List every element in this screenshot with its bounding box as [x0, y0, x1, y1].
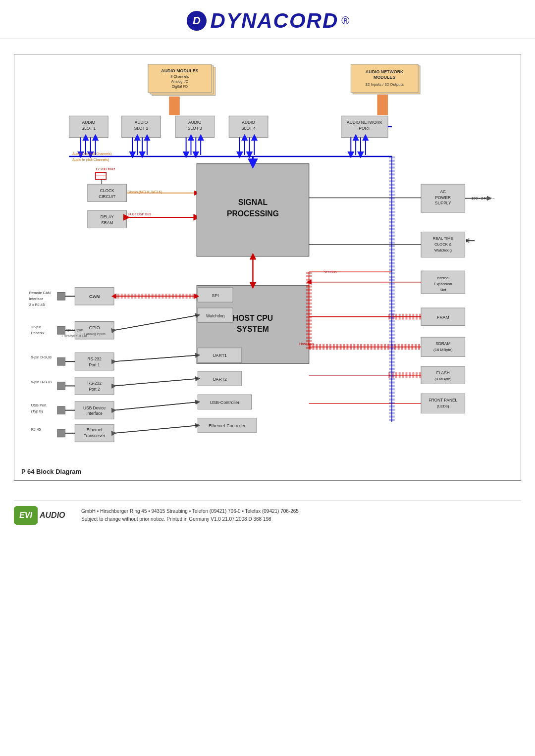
svg-text:1 Ready/Fault Out: 1 Ready/Fault Out	[61, 334, 87, 338]
svg-text:FLASH: FLASH	[436, 370, 450, 375]
footer: EVI AUDIO GmbH • Hirschberger Ring 45 • …	[14, 501, 521, 525]
svg-text:SLOT 3: SLOT 3	[188, 126, 202, 131]
svg-text:Interface: Interface	[86, 411, 103, 416]
svg-text:PORT: PORT	[359, 126, 370, 131]
logo-text: DYNACORD	[211, 9, 339, 33]
svg-text:Port 2: Port 2	[89, 387, 100, 392]
svg-rect-141	[57, 382, 65, 390]
footer-logo: EVI AUDIO	[14, 506, 73, 525]
svg-text:SYSTEM: SYSTEM	[237, 325, 269, 333]
footer-company: GmbH • Hirschberger Ring 45 • 94315 Stra…	[81, 507, 299, 515]
svg-text:MODULES: MODULES	[374, 75, 395, 80]
svg-line-182	[114, 425, 198, 433]
evi-logo-box: EVI	[14, 506, 38, 525]
svg-text:FRONT PANEL: FRONT PANEL	[428, 398, 457, 403]
svg-text:(LEDs): (LEDs)	[437, 404, 449, 408]
svg-text:Audio Out (4x8 Channels): Audio Out (4x8 Channels)	[72, 152, 111, 156]
svg-text:USB Port: USB Port	[31, 403, 47, 407]
svg-text:Ethernet: Ethernet	[87, 427, 103, 432]
svg-text:AC: AC	[440, 189, 446, 194]
svg-rect-135	[57, 357, 65, 365]
logo-container: D DYNACORD®	[186, 9, 350, 33]
svg-text:SPI: SPI	[212, 293, 219, 298]
svg-text:GPIO: GPIO	[89, 325, 100, 330]
svg-line-178	[114, 379, 198, 386]
svg-marker-22	[377, 95, 388, 115]
svg-line-176	[114, 355, 198, 361]
svg-text:2 x RJ-45: 2 x RJ-45	[29, 302, 45, 307]
svg-text:DELAY: DELAY	[101, 214, 114, 219]
svg-text:RS-232: RS-232	[87, 381, 102, 386]
svg-text:FRAM: FRAM	[437, 315, 449, 320]
svg-text:Port 1: Port 1	[89, 362, 100, 367]
svg-text:24 Bit DSP Bus: 24 Bit DSP Bus	[128, 212, 152, 216]
svg-text:USB-Controller: USB-Controller	[210, 400, 240, 405]
svg-text:RS-232: RS-232	[87, 356, 102, 361]
svg-text:(Typ B): (Typ B)	[31, 409, 43, 413]
svg-text:UART1: UART1	[213, 353, 227, 358]
svg-text:SRAM: SRAM	[101, 220, 113, 225]
svg-text:Phoenix: Phoenix	[31, 331, 45, 335]
svg-text:HOST CPU: HOST CPU	[233, 314, 273, 322]
svg-text:USB Device: USB Device	[83, 405, 106, 410]
svg-line-180	[114, 402, 198, 410]
svg-text:9-pin D-SUB: 9-pin D-SUB	[31, 380, 52, 384]
footer-info: GmbH • Hirschberger Ring 45 • 94315 Stra…	[81, 507, 299, 523]
svg-text:UART2: UART2	[213, 377, 227, 382]
svg-text:AUDIO: AUDIO	[242, 120, 255, 125]
svg-text:SIGNAL: SIGNAL	[238, 198, 268, 206]
svg-line-174	[114, 315, 198, 331]
svg-text:Interface: Interface	[29, 297, 44, 301]
svg-text:PROCESSING: PROCESSING	[227, 209, 279, 218]
svg-text:AUDIO NETWORK: AUDIO NETWORK	[366, 69, 404, 74]
logo-reg: ®	[341, 14, 349, 27]
svg-text:AUDIO: AUDIO	[82, 120, 96, 125]
svg-text:AUDIO: AUDIO	[188, 120, 202, 125]
svg-text:CLOCK: CLOCK	[100, 188, 114, 193]
svg-text:AUDIO NETWORK: AUDIO NETWORK	[347, 120, 382, 125]
evi-logo-text: EVI	[19, 511, 32, 520]
svg-text:AUDIO: AUDIO	[135, 120, 148, 125]
svg-rect-154	[57, 429, 65, 437]
svg-text:Analog I/O: Analog I/O	[171, 79, 188, 84]
svg-text:Watchdog: Watchdog	[434, 248, 452, 252]
svg-text:Audio In (4x8 Channels): Audio In (4x8 Channels)	[72, 158, 109, 162]
svg-text:D: D	[193, 14, 201, 27]
svg-text:(8 MByte): (8 MByte)	[434, 377, 451, 381]
svg-text:CIRCUIT: CIRCUIT	[99, 194, 115, 199]
svg-rect-120	[57, 292, 65, 300]
svg-text:SUPPLY: SUPPLY	[435, 201, 451, 205]
svg-rect-148	[57, 406, 65, 414]
diagram-wrapper: AUDIO MODULES 8 Channels Analog I/O Digi…	[14, 54, 521, 481]
svg-text:(16 MByte): (16 MByte)	[433, 348, 453, 352]
svg-text:CAN: CAN	[89, 294, 100, 299]
dynacord-logo-icon: D	[186, 10, 208, 32]
svg-marker-21	[169, 97, 180, 115]
svg-text:Internal: Internal	[436, 276, 449, 280]
svg-text:Expansion: Expansion	[434, 282, 452, 286]
svg-text:POWER: POWER	[435, 195, 451, 200]
svg-text:12-pin: 12-pin	[31, 325, 42, 329]
svg-text:AUDIO MODULES: AUDIO MODULES	[161, 68, 198, 73]
svg-text:Slot: Slot	[440, 288, 447, 292]
svg-text:SLOT 4: SLOT 4	[241, 126, 256, 131]
svg-text:SLOT 1: SLOT 1	[81, 126, 96, 131]
block-diagram-svg: AUDIO MODULES 8 Channels Analog I/O Digi…	[21, 61, 514, 461]
svg-text:SLOT 2: SLOT 2	[134, 126, 149, 131]
svg-text:Transceiver: Transceiver	[84, 433, 106, 438]
svg-text:Watchdog: Watchdog	[206, 313, 225, 318]
footer-notice: Subject to change without prior notice. …	[81, 515, 299, 523]
audio-logo-text: AUDIO	[40, 511, 65, 520]
svg-text:9-pin D-SUB: 9-pin D-SUB	[31, 355, 52, 359]
svg-text:8 Channels: 8 Channels	[170, 74, 189, 79]
svg-text:Digital I/O: Digital I/O	[172, 84, 188, 89]
svg-text:Clocks (MCLK, WCLK): Clocks (MCLK, WCLK)	[128, 190, 162, 194]
svg-text:CLOCK &: CLOCK &	[434, 242, 452, 247]
svg-text:Ethernet-Controller: Ethernet-Controller	[209, 423, 246, 428]
svg-text:RJ-45: RJ-45	[31, 427, 41, 432]
svg-text:12.288 MHz: 12.288 MHz	[96, 167, 115, 171]
svg-text:SDRAM: SDRAM	[435, 341, 450, 346]
svg-text:REAL TIME: REAL TIME	[433, 236, 453, 241]
svg-text:32 Inputs / 32 Outputs: 32 Inputs / 32 Outputs	[366, 82, 404, 87]
svg-rect-129	[57, 326, 65, 334]
